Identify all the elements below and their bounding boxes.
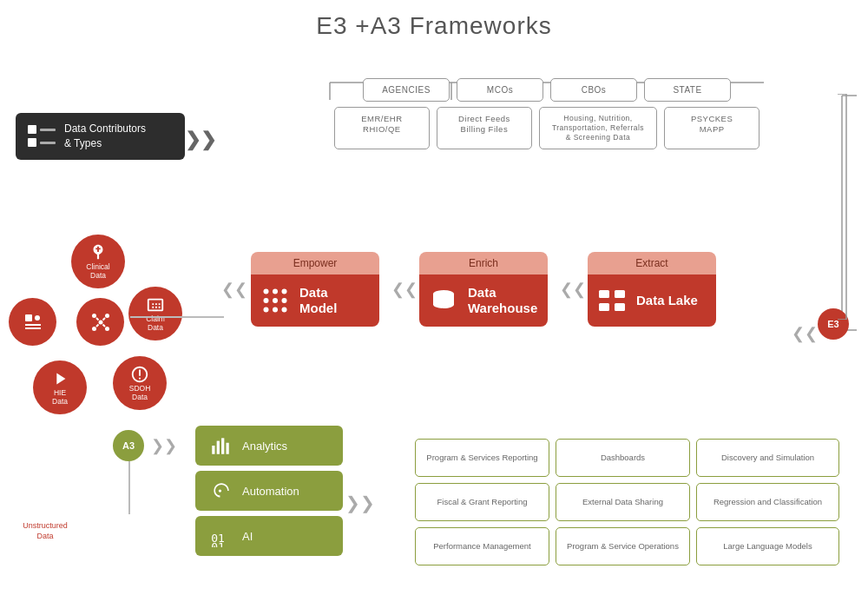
- svg-rect-40: [217, 441, 220, 454]
- empower-body: DataModel: [251, 274, 379, 327]
- svg-point-15: [105, 314, 109, 318]
- grid-cell-3: Discovery and Simulation: [696, 439, 839, 477]
- a3-chevrons: ❯❯: [151, 436, 177, 455]
- hier-box-mcos: MCOs: [457, 78, 543, 102]
- contributors-label: Data Contributors & Types: [64, 122, 146, 151]
- ai-label: AI: [242, 530, 253, 543]
- grid-cell-9: Large Language Models: [696, 527, 839, 565]
- contributors-box: Data Contributors & Types: [16, 113, 185, 160]
- hierarchy-bottom-row: EMR/EHR RHIO/QE Direct Feeds Billing Fil…: [252, 107, 842, 149]
- svg-rect-9: [25, 314, 32, 321]
- contributors-icon: [28, 125, 56, 147]
- svg-point-16: [92, 327, 96, 331]
- svg-rect-33: [615, 290, 625, 298]
- petal-sdoh: SDOHData: [113, 356, 167, 410]
- hier-box-cbos: CBOs: [550, 78, 637, 102]
- svg-line-18: [96, 318, 99, 321]
- analytics-card: Analytics: [195, 426, 343, 466]
- extract-left-arrows: ❮❮: [560, 252, 586, 327]
- grid-cell-7: Performance Management: [415, 527, 549, 565]
- automation-label: Automation: [242, 485, 299, 498]
- contributors-arrow: ❯❯: [185, 129, 216, 151]
- petal-hie: HIEData: [33, 360, 87, 414]
- svg-rect-32: [599, 290, 609, 298]
- a3-circle: A3: [113, 430, 144, 461]
- svg-point-17: [105, 327, 109, 331]
- flower-section: UnstructuredData ClinicalData ClaimData …: [9, 230, 200, 456]
- grid-cell-2: Dashboards: [556, 439, 690, 477]
- svg-point-25: [264, 298, 269, 303]
- flower-a3-connector: [128, 458, 130, 514]
- e3-connector-arrows: ❮❮: [792, 324, 818, 343]
- svg-point-29: [273, 308, 278, 313]
- svg-rect-42: [227, 443, 229, 454]
- grid-cell-4: Fiscal & Grant Reporting: [415, 483, 549, 521]
- analytics-grid: Program & Services Reporting Dashboards …: [415, 439, 839, 565]
- petal-claim: ClaimData: [128, 287, 182, 341]
- svg-text:01: 01: [211, 540, 225, 547]
- enrich-left-arrows: ❮❮: [391, 252, 418, 327]
- hier-box-directfeeds: Direct Feeds Billing Files: [437, 107, 532, 149]
- flower-to-e3-connector: [130, 315, 224, 319]
- a3-section: A3 ❯❯: [113, 430, 177, 461]
- grid-cell-1: Program & Services Reporting: [415, 439, 549, 477]
- e3-section: ❮❮ Empower DataModel ❮❮ Enrich DataWareh…: [221, 252, 727, 327]
- aaa-to-grid-arrow: ❯❯: [345, 493, 375, 513]
- svg-point-30: [282, 308, 287, 313]
- right-side-bracket: [838, 94, 859, 320]
- svg-point-28: [264, 308, 269, 313]
- hie-label: HIEData: [52, 388, 68, 406]
- svg-rect-39: [212, 446, 214, 454]
- svg-point-23: [273, 289, 278, 294]
- hier-box-psyckes: PSYCKES MAPP: [664, 107, 760, 149]
- hier-box-emr: EMR/EHR RHIO/QE: [334, 107, 430, 149]
- analytics-label: Analytics: [242, 440, 287, 453]
- extract-header: Extract: [588, 252, 716, 274]
- flower-center: [76, 298, 124, 346]
- hier-box-state: STATE: [644, 78, 731, 102]
- enrich-card: Enrich DataWarehouse: [419, 252, 548, 327]
- enrich-header: Enrich: [419, 252, 548, 274]
- hierarchy-top-row: AGENCIES MCOs CBOs STATE: [252, 78, 842, 102]
- clinical-label: ClinicalData: [86, 262, 109, 280]
- unstructured-circle: [9, 298, 56, 346]
- svg-point-22: [264, 289, 269, 294]
- svg-point-14: [92, 314, 96, 318]
- empower-label: DataModel: [299, 285, 337, 316]
- extract-body: Data Lake: [588, 274, 716, 327]
- svg-point-26: [273, 298, 278, 303]
- grid-cell-6: Regression and Classification: [696, 483, 839, 521]
- svg-point-13: [98, 320, 102, 324]
- extract-card: Extract Data Lake: [588, 252, 716, 327]
- grid-cell-5: External Data Sharing: [556, 483, 690, 521]
- svg-point-24: [282, 289, 287, 294]
- svg-rect-41: [221, 438, 224, 453]
- sdoh-label: SDOHData: [129, 384, 151, 401]
- svg-line-19: [102, 318, 105, 321]
- svg-point-27: [282, 298, 287, 303]
- svg-rect-35: [615, 303, 625, 311]
- enrich-body: DataWarehouse: [419, 274, 548, 327]
- automation-card: Automation: [195, 471, 343, 511]
- page-title: E3 +A3 Frameworks: [0, 0, 868, 40]
- petal-clinical: ClinicalData: [71, 235, 125, 288]
- svg-point-10: [35, 315, 40, 321]
- svg-line-20: [96, 324, 99, 327]
- aaa-stack: Analytics Automation 01 01 AI: [195, 426, 343, 556]
- empower-left-arrows: ❮❮: [221, 252, 247, 327]
- hier-box-housing: Housing, Nutrition,Transportation, Refer…: [539, 107, 657, 149]
- enrich-label: DataWarehouse: [468, 285, 537, 316]
- empower-card: Empower DataModel: [251, 252, 379, 327]
- empower-header: Empower: [251, 252, 379, 274]
- unstructured-label: UnstructuredData: [10, 521, 80, 541]
- svg-rect-34: [599, 303, 609, 311]
- hier-box-agencies: AGENCIES: [363, 78, 450, 102]
- ai-card: 01 01 AI: [195, 516, 343, 556]
- hierarchy-container: AGENCIES MCOs CBOs STATE EMR/EHR RHIO/QE…: [252, 78, 842, 149]
- extract-label: Data Lake: [636, 293, 698, 308]
- svg-line-21: [102, 324, 105, 327]
- grid-cell-8: Program & Service Operations: [556, 527, 690, 565]
